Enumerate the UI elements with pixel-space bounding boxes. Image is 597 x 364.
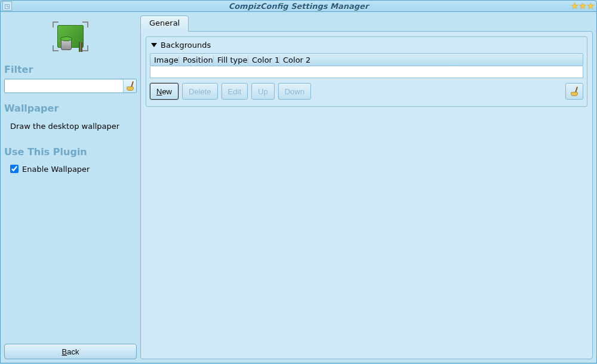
up-button: Up [251,83,275,100]
backgrounds-table-body[interactable] [150,66,583,78]
wallpaper-plugin-icon [53,21,88,51]
window-title: CompizConfig Settings Manager [1,2,596,11]
broom-icon [570,87,578,96]
use-plugin-heading: Use This Plugin [4,146,137,158]
col-image[interactable]: Image [150,55,179,64]
tab-general[interactable]: General [140,16,189,32]
enable-wallpaper-label: Enable Wallpaper [22,165,90,174]
down-button: Down [278,83,311,100]
backgrounds-buttons: New Delete Edit Up Down [150,83,583,100]
new-button[interactable]: New [150,83,179,100]
window: ◳ CompizConfig Settings Manager ★ ★ ★ F [0,0,597,364]
titlebar[interactable]: ◳ CompizConfig Settings Manager ★ ★ ★ [0,0,597,12]
broom-icon [126,81,134,91]
window-system-icon[interactable]: ◳ [2,1,12,11]
edit-button: Edit [221,83,248,100]
plugin-icon-area [4,16,137,61]
enable-wallpaper-checkbox[interactable] [10,165,19,173]
filter-field [4,79,137,93]
back-button[interactable]: Back [4,344,137,359]
col-color-2[interactable]: Color 2 [279,55,583,64]
tab-panel-general: Backgrounds Image Position Fill type Col… [140,31,593,359]
col-fill-type[interactable]: Fill type [214,55,248,64]
tabs: General [140,16,593,31]
backgrounds-expander[interactable]: Backgrounds [150,41,583,53]
wallpaper-description: Draw the desktop wallpaper [4,118,137,135]
window-controls: ★ ★ ★ [571,1,595,11]
backgrounds-table-header: Image Position Fill type Color 1 Color 2 [150,53,583,66]
enable-wallpaper-row[interactable]: Enable Wallpaper [4,161,137,177]
filter-clear-button[interactable] [123,79,136,92]
backgrounds-group: Backgrounds Image Position Fill type Col… [146,36,587,107]
backgrounds-title: Backgrounds [161,41,211,50]
window-body: Filter Wallpaper Draw the desktop wallpa… [0,12,597,363]
window-button-star-3[interactable]: ★ [587,1,595,11]
col-position[interactable]: Position [179,55,214,64]
wallpaper-heading: Wallpaper [4,103,137,114]
col-color-1[interactable]: Color 1 [248,55,279,64]
sidebar: Filter Wallpaper Draw the desktop wallpa… [4,16,137,359]
window-button-star-2[interactable]: ★ [578,1,586,11]
filter-heading: Filter [4,64,137,75]
main-content: General Backgrounds Image Position Fill … [140,16,593,359]
reset-button[interactable] [565,83,583,100]
chevron-down-icon [151,43,157,47]
filter-input[interactable] [5,82,123,91]
delete-button: Delete [182,83,218,100]
window-button-star-1[interactable]: ★ [571,1,578,11]
